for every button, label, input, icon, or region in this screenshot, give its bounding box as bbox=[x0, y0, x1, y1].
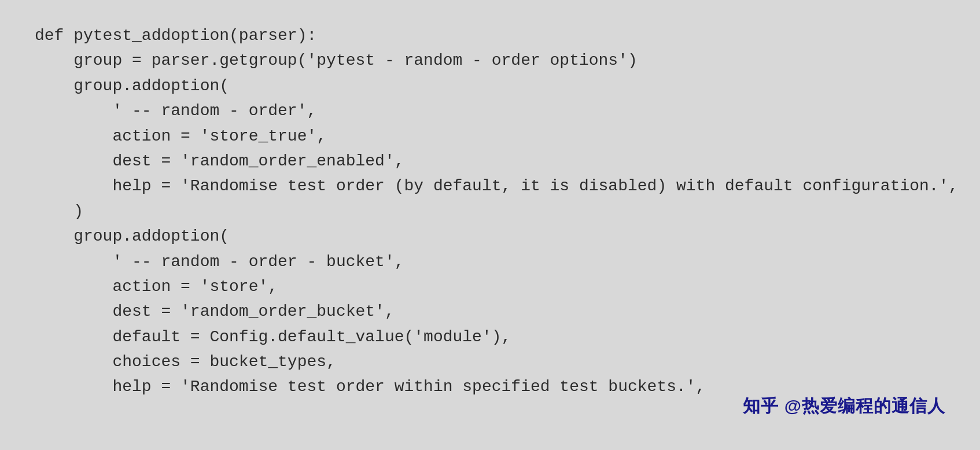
code-container: def pytest_addoption(parser): group = pa… bbox=[0, 0, 980, 450]
code-block: def pytest_addoption(parser): group = pa… bbox=[35, 23, 945, 400]
